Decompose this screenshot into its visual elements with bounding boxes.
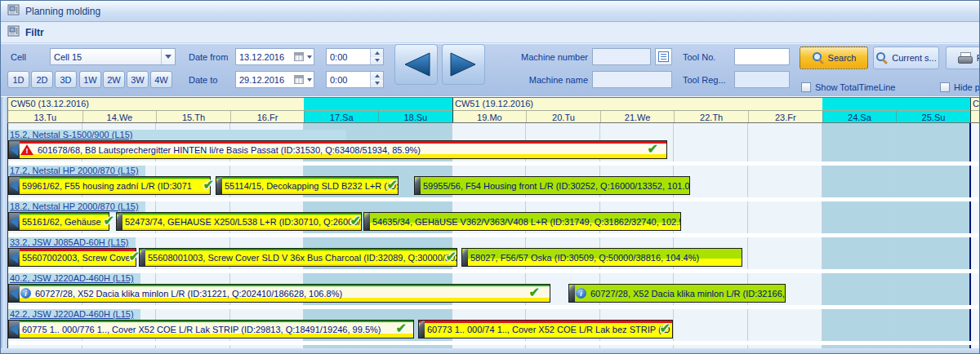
schedule-bar[interactable]: 55161/62, Gehäuse ✔ — [8, 212, 109, 231]
week-header-cw52: CW — [973, 99, 980, 108]
printer-icon — [958, 52, 973, 64]
bar-text: 58027, F56/57 Oska (ID:30509, Q:50000/38… — [468, 250, 742, 266]
schedule-bar[interactable]: i 60727/28, X52 Dacia klika minlon L/R (… — [8, 284, 550, 303]
range-button-2d[interactable]: 2D — [31, 71, 53, 88]
schedule-bar[interactable]: 60773 1.. 000/74 1.., Cover X52 COE L/R … — [418, 320, 673, 339]
range-button-1w[interactable]: 1W — [79, 71, 101, 88]
day-header-cell: 24.Sa — [822, 111, 897, 123]
chevron-down-icon[interactable] — [161, 49, 175, 64]
schedule-bar[interactable]: 601678/68, B8 Lautsprechergitter HINTEN … — [8, 140, 667, 159]
hide-planning-checkbox[interactable] — [940, 82, 950, 92]
bar-start-fold-icon — [419, 321, 425, 338]
range-button-2w[interactable]: 2W — [103, 71, 125, 88]
schedule-bar[interactable]: 55608001003, Screw Cover SLD V 36x Bus C… — [139, 248, 457, 267]
machine-name-label: Machine name — [491, 75, 588, 85]
schedule-bar[interactable]: 58027, F56/57 Oska (ID:30509, Q:50000/38… — [461, 248, 742, 267]
day-header-cell: 22.Th — [674, 111, 748, 123]
day-header-cell: 25.Su — [896, 111, 970, 123]
window-title: Planning molding — [25, 6, 100, 17]
schedule-bar[interactable]: 54635/34, GEHäUSE V362/V363/V408 L+R (ID… — [363, 212, 681, 231]
bar-start-fold-icon — [364, 213, 370, 230]
spinner-up-icon[interactable] — [371, 72, 383, 80]
spinner-down-icon[interactable] — [371, 80, 383, 88]
check-icon: ✔ — [129, 248, 140, 266]
current-search-button-label: Current s... — [892, 53, 936, 63]
date-to-value: 29.12.2016 — [236, 75, 284, 85]
bar-start-fold-icon — [117, 213, 122, 230]
schedule-bar[interactable]: 55114/15, Decokapping SLD B232 L+R (ID: … — [216, 176, 399, 195]
range-button-1d[interactable]: 1D — [7, 71, 29, 88]
machine-label[interactable]: 17.2, Netstal HP 2000/870 (L15) — [8, 166, 145, 177]
schedule-bar[interactable]: 60775 1.. 000/776 1.., Cover X52 COE L/R… — [8, 320, 414, 339]
bar-text: 55608001003, Screw Cover SLD V 36x Bus C… — [145, 250, 457, 266]
day-header-cell: 23.Fr — [748, 111, 822, 123]
search-button[interactable]: Search — [800, 46, 868, 69]
tool-reg-input[interactable] — [734, 71, 790, 88]
spinner-up-icon[interactable] — [371, 49, 383, 57]
check-icon: ✔ — [350, 212, 361, 230]
time-from-value: 0:00 — [327, 52, 347, 62]
search-icon — [875, 52, 888, 64]
schedule-bar[interactable]: 55607002003, Screw Cove ✔ — [8, 248, 136, 267]
time-to-spinner[interactable] — [370, 72, 383, 87]
schedule-bar[interactable]: 59961/62, F55 housing zadní L/R (ID:3071… — [8, 176, 211, 195]
cell-label: Cell — [11, 52, 26, 62]
bar-text: 54635/34, GEHäUSE V362/V363/V408 L+R (ID… — [370, 214, 680, 230]
time-to-field[interactable]: 0:00 — [326, 71, 384, 88]
check-icon: ✔ — [446, 248, 457, 266]
show-totaltimeline-checkbox[interactable] — [801, 82, 811, 92]
cell-value: Cell 15 — [51, 52, 82, 62]
tool-no-label: Tool No. — [683, 52, 715, 62]
day-header-cell: 17.Sa — [304, 111, 378, 123]
calendar-icon[interactable] — [292, 72, 314, 87]
range-button-4w[interactable]: 4W — [150, 71, 172, 88]
previous-period-button[interactable] — [394, 44, 438, 85]
machine-number-label: Machine number — [491, 52, 588, 62]
planning-molding-window: Planning molding Filtr Cell Cell 15 1D 2… — [0, 0, 980, 354]
machine-label[interactable]: 18.2, Netstal HP 2000/870 (L15) — [8, 201, 145, 213]
arrow-right-icon — [448, 51, 480, 78]
bar-start-fold-icon — [569, 285, 575, 302]
bar-text: 60775 1.. 000/776 1.., Cover X52 COE L/R… — [20, 321, 413, 338]
print-button[interactable]: P — [946, 46, 980, 69]
bar-start-fold-icon — [140, 249, 145, 266]
time-from-spinner[interactable] — [370, 49, 383, 64]
range-button-3w[interactable]: 3W — [127, 71, 149, 88]
schedule-bar[interactable]: 59955/56, F54 Housing front L/R (ID:3025… — [414, 176, 690, 195]
check-icon: ✔ — [660, 320, 670, 338]
print-button-label: P — [977, 53, 980, 63]
list-icon — [658, 51, 669, 62]
time-from-field[interactable]: 0:00 — [326, 48, 384, 65]
date-to-label: Date to — [189, 75, 217, 85]
bar-text: 60773 1.. 000/74 1.., Cover X52 COE L/R … — [425, 321, 672, 338]
check-icon: ✔ — [203, 176, 214, 194]
bar-text: 60727/28, X52 Dacia klika minlon L/R (ID… — [588, 285, 785, 302]
date-to-field[interactable]: 29.12.2016 — [235, 71, 314, 88]
next-period-button[interactable] — [442, 44, 485, 85]
cell-dropdown[interactable]: Cell 15 — [50, 48, 176, 65]
continues-left-icon — [9, 285, 20, 302]
schedule-bar[interactable]: i 60727/28, X52 Dacia klika minlon L/R (… — [568, 284, 786, 303]
machine-name-input[interactable] — [592, 71, 672, 88]
machine-number-input[interactable] — [592, 48, 651, 65]
machine-label[interactable]: 33.2, JSW J085AD-60H (L15) — [8, 237, 136, 249]
current-search-button[interactable]: Current s... — [873, 46, 939, 69]
bar-start-fold-icon — [415, 177, 421, 194]
machine-label[interactable]: 15.2, Netstal S-1500/900 (L15) — [8, 130, 346, 141]
date-from-field[interactable]: 13.12.2016 — [235, 48, 314, 65]
day-header-cell: 19.Mo — [452, 111, 527, 123]
day-header-cell: 20.Tu — [526, 111, 600, 123]
machine-label[interactable]: 40.2, JSW J220AD-460H (L15) — [8, 273, 140, 285]
schedule-bar[interactable]: 52473/74, GEHAUSE X250/L538 L+R (ID:3071… — [116, 212, 362, 231]
check-icon: ✔ — [104, 212, 114, 230]
machine-number-lookup-button[interactable] — [655, 48, 672, 65]
bar-text: 55607002003, Screw Cove — [20, 250, 136, 266]
bar-start-fold-icon — [462, 249, 468, 266]
bar-text: 60727/28, X52 Dacia klika minlon L/R (ID… — [33, 285, 550, 302]
range-button-3d[interactable]: 3D — [55, 71, 77, 88]
tool-no-input[interactable] — [734, 48, 790, 65]
calendar-icon[interactable] — [292, 49, 314, 64]
week-header-cw51: CW51 (19.12.2016) — [455, 99, 533, 108]
spinner-down-icon[interactable] — [371, 57, 383, 65]
machine-label[interactable]: 42.2, JSW J220AD-460H (L15) — [8, 309, 140, 321]
